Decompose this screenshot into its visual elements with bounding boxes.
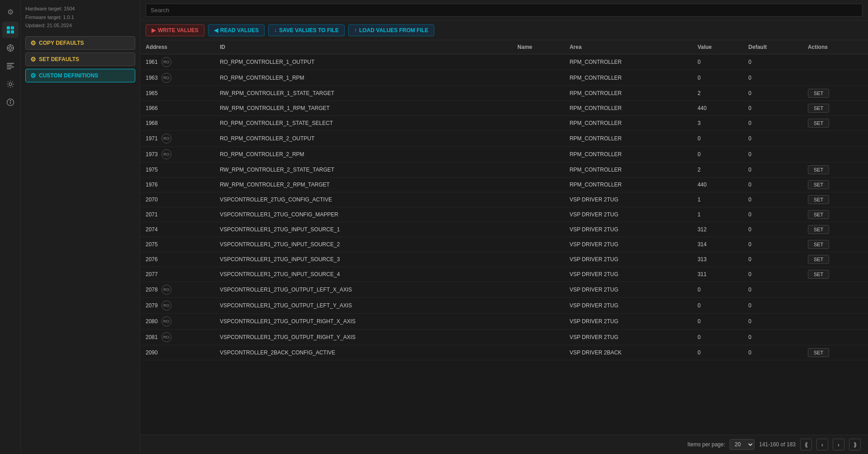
cell-actions: SET <box>802 345 868 360</box>
cell-area: RPM_CONTROLLER <box>564 86 692 101</box>
cell-name <box>512 298 564 314</box>
cell-name <box>512 162 564 177</box>
set-defaults-button[interactable]: ⚙ SET DEFAULTS <box>25 53 135 66</box>
cell-area: RPM_CONTROLLER <box>564 147 692 162</box>
cell-name <box>512 267 564 282</box>
cell-id: RO_RPM_CONTROLLER_2_RPM <box>214 147 512 162</box>
cell-id: VSPCONTROLLER1_2TUG_INPUT_SOURCE_1 <box>214 222 512 237</box>
set-button[interactable]: SET <box>808 195 829 204</box>
table-row: 2075VSPCONTROLLER1_2TUG_INPUT_SOURCE_2VS… <box>140 237 868 252</box>
col-value: Value <box>692 40 743 54</box>
address-value: 2076 <box>146 256 158 263</box>
cell-default: 0 <box>743 252 802 267</box>
nav-icon-grid[interactable] <box>2 22 19 38</box>
prev-page-button[interactable]: ‹ <box>816 439 828 450</box>
cell-value: 312 <box>692 222 743 237</box>
copy-defaults-button[interactable]: ⚙ COPY DEFAULTS <box>25 36 135 50</box>
cell-name <box>512 207 564 222</box>
set-button[interactable]: SET <box>808 348 829 357</box>
cell-area: VSP DRIVER 2TUG <box>564 237 692 252</box>
set-button[interactable]: SET <box>808 104 829 113</box>
nav-icon-info[interactable] <box>2 94 19 110</box>
address-value: 1965 <box>146 90 158 96</box>
search-input[interactable] <box>146 4 863 17</box>
set-button[interactable]: SET <box>808 240 829 249</box>
cell-area: VSP DRIVER 2TUG <box>564 330 692 345</box>
set-button[interactable]: SET <box>808 180 829 189</box>
cell-actions: SET <box>802 101 868 116</box>
set-button[interactable]: SET <box>808 210 829 219</box>
next-page-button[interactable]: › <box>833 439 844 450</box>
set-button[interactable]: SET <box>808 225 829 234</box>
set-button[interactable]: SET <box>808 119 829 128</box>
cell-default: 0 <box>743 345 802 360</box>
cell-name <box>512 345 564 360</box>
cell-actions: SET <box>802 86 868 101</box>
set-defaults-label: SET DEFAULTS <box>39 56 79 62</box>
cell-value: 0 <box>692 282 743 298</box>
nav-icon-settings[interactable] <box>2 76 19 92</box>
cell-default: 0 <box>743 330 802 345</box>
set-button[interactable]: SET <box>808 89 829 98</box>
cell-name <box>512 131 564 147</box>
cell-address: 1976 <box>140 177 214 192</box>
set-button[interactable]: SET <box>808 270 829 279</box>
icon-strip: ⚙ <box>0 0 21 454</box>
nav-icon-list[interactable] <box>2 58 19 74</box>
write-values-button[interactable]: ▶ WRITE VALUES <box>146 24 204 36</box>
data-table-container: Address ID Name Area Value Default Actio… <box>140 40 868 435</box>
read-values-button[interactable]: ◀ READ VALUES <box>208 24 265 36</box>
cell-value: 2 <box>692 162 743 177</box>
nav-icon-gear[interactable]: ⚙ <box>2 4 19 20</box>
nav-icon-target[interactable] <box>2 40 19 56</box>
cell-address: 2076 <box>140 252 214 267</box>
table-row: 1965RW_RPM_CONTROLLER_1_STATE_TARGETRPM_… <box>140 86 868 101</box>
load-values-label: LOAD VALUES FROM FILE <box>359 27 428 33</box>
cell-id: VSPCONTROLLER1_2TUG_OUTPUT_LEFT_Y_AXIS <box>214 298 512 314</box>
table-row: 2081ROVSPCONTROLLER1_2TUG_OUTPUT_RIGHT_Y… <box>140 330 868 345</box>
cell-actions: SET <box>802 162 868 177</box>
device-info: Hardware target: 1504 Firmware target: 1… <box>25 5 135 30</box>
table-row: 2071VSPCONTROLLER1_2TUG_CONFIG_MAPPERVSP… <box>140 207 868 222</box>
cell-default: 0 <box>743 177 802 192</box>
load-values-button[interactable]: ↑ LOAD VALUES FROM FILE <box>348 24 434 36</box>
main-content: ▶ WRITE VALUES ◀ READ VALUES ↓ SAVE VALU… <box>140 0 868 454</box>
address-value: 1975 <box>146 167 158 173</box>
cell-default: 0 <box>743 282 802 298</box>
cell-address: 2090 <box>140 345 214 360</box>
cell-actions: SET <box>802 207 868 222</box>
write-icon: ▶ <box>152 27 156 33</box>
updated-date: Updated: 21.05.2024 <box>25 21 135 30</box>
cell-address: 1973RO <box>140 147 214 162</box>
save-values-button[interactable]: ↓ SAVE VALUES TO FILE <box>268 24 345 36</box>
cell-default: 0 <box>743 101 802 116</box>
cell-value: 0 <box>692 70 743 86</box>
ro-badge: RO <box>161 332 171 342</box>
cell-value: 0 <box>692 298 743 314</box>
cell-area: VSP DRIVER 2TUG <box>564 222 692 237</box>
copy-defaults-icon: ⚙ <box>30 39 36 47</box>
first-page-button[interactable]: ⟪ <box>800 439 812 450</box>
write-values-label: WRITE VALUES <box>158 27 199 33</box>
table-row: 1971RORO_RPM_CONTROLLER_2_OUTPUTRPM_CONT… <box>140 131 868 147</box>
cell-value: 0 <box>692 54 743 70</box>
set-button[interactable]: SET <box>808 255 829 264</box>
set-button[interactable]: SET <box>808 165 829 174</box>
custom-definitions-button[interactable]: ⚙ CUSTOM DEFINITIONS <box>25 69 135 82</box>
cell-value: 0 <box>692 147 743 162</box>
cell-actions <box>802 54 868 70</box>
cell-name <box>512 282 564 298</box>
hardware-target: Hardware target: 1504 <box>25 5 135 13</box>
cell-address: 1963RO <box>140 70 214 86</box>
address-value: 2071 <box>146 211 158 218</box>
cell-area: RPM_CONTROLLER <box>564 101 692 116</box>
last-page-button[interactable]: ⟫ <box>849 439 861 450</box>
pagination-bar: Items per page: 20 10 50 100 141-160 of … <box>140 435 868 454</box>
cell-area: VSP DRIVER 2TUG <box>564 314 692 330</box>
sidebar: Hardware target: 1504 Firmware target: 1… <box>21 0 140 454</box>
cell-default: 0 <box>743 267 802 282</box>
address-value: 2077 <box>146 271 158 277</box>
table-row: 1963RORO_RPM_CONTROLLER_1_RPMRPM_CONTROL… <box>140 70 868 86</box>
read-values-label: READ VALUES <box>220 27 259 33</box>
items-per-page-select[interactable]: 20 10 50 100 <box>730 439 754 450</box>
